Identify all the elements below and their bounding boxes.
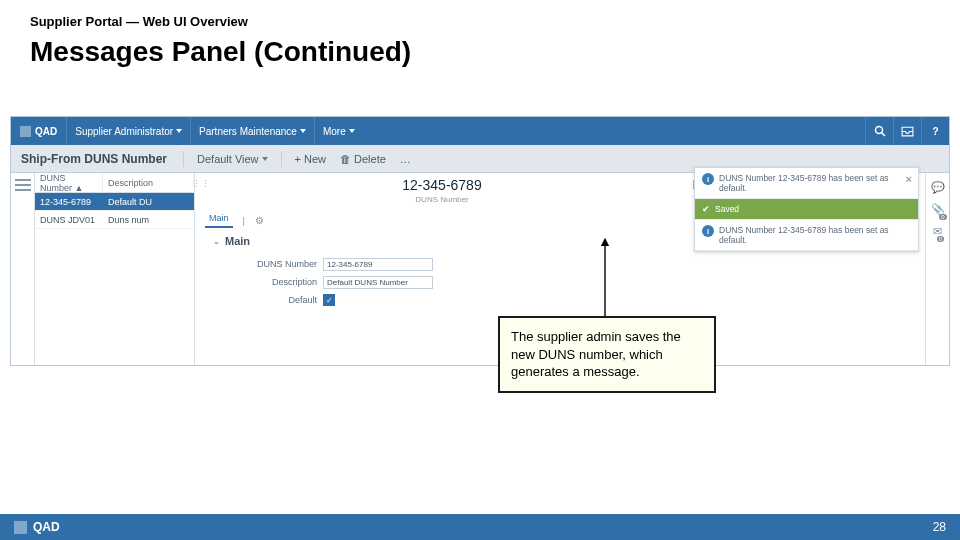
record-title: 12-345-6789: [195, 177, 689, 193]
app-logo: QAD: [11, 126, 66, 137]
table-row[interactable]: DUNS JDV01 Duns num: [35, 211, 194, 229]
footer-logo-text: QAD: [33, 520, 60, 534]
footer-logo: QAD: [14, 520, 60, 534]
cell-duns: 12-345-6789: [35, 197, 103, 207]
delete-button-label: Delete: [354, 153, 386, 165]
slide-footer: QAD 28: [0, 514, 960, 540]
logo-square-icon: [14, 521, 27, 534]
message-info: i DUNS Number 12-345-6789 has been set a…: [695, 168, 918, 199]
slide-title: Messages Panel (Continued): [30, 36, 411, 68]
table-header: DUNS Number ▲ Description: [35, 173, 194, 193]
message-info: i DUNS Number 12-345-6789 has been set a…: [695, 220, 918, 251]
screenshot: QAD Supplier Administrator Partners Main…: [10, 116, 950, 366]
col-duns-header[interactable]: DUNS Number ▲: [35, 173, 103, 193]
slide-overline: Supplier Portal — Web UI Overview: [30, 14, 248, 29]
close-icon[interactable]: ×: [906, 173, 912, 185]
tab-divider: |: [243, 216, 245, 226]
more-button-label: …: [400, 153, 411, 165]
table-row[interactable]: 12-345-6789 Default DU: [35, 193, 194, 211]
info-icon: i: [702, 225, 714, 237]
section-label: Main: [225, 235, 250, 247]
callout-text: The supplier admin saves the new DUNS nu…: [511, 329, 681, 379]
message-text: Saved: [715, 204, 739, 214]
inbox-icon: [901, 126, 914, 137]
nav-partners-maintenance[interactable]: Partners Maintenance: [190, 117, 314, 145]
message-text: DUNS Number 12-345-6789 has been set as …: [719, 225, 911, 245]
gear-icon[interactable]: ⚙: [255, 215, 264, 226]
cell-desc: Default DU: [103, 197, 194, 207]
trash-icon: 🗑: [340, 153, 351, 165]
message-text: DUNS Number 12-345-6789 has been set as …: [719, 173, 911, 193]
search-button[interactable]: [865, 117, 893, 145]
callout-arrow: [604, 247, 605, 316]
description-label: Description: [255, 277, 317, 287]
sort-asc-icon: ▲: [75, 183, 84, 193]
tab-main[interactable]: Main: [205, 213, 233, 228]
svg-point-0: [875, 127, 882, 134]
cell-duns: DUNS JDV01: [35, 215, 103, 225]
inbox-button[interactable]: [893, 117, 921, 145]
mail-badge: 0: [937, 236, 944, 242]
new-button[interactable]: +New: [288, 153, 333, 165]
default-checkbox[interactable]: ✓: [323, 294, 335, 306]
app-logo-text: QAD: [35, 126, 57, 137]
plus-icon: +: [295, 153, 301, 165]
col-desc-header[interactable]: Description: [103, 178, 194, 188]
search-icon: [874, 125, 886, 137]
duns-label: DUNS Number: [255, 259, 317, 269]
svg-line-1: [881, 133, 885, 137]
attach-badge: 0: [939, 214, 946, 220]
right-strip: 💬 📎0 ✉0: [925, 173, 949, 365]
delete-button[interactable]: 🗑Delete: [333, 153, 393, 165]
attachments-icon[interactable]: 📎0: [931, 203, 945, 216]
nav-item-label: Partners Maintenance: [199, 126, 297, 137]
help-button[interactable]: ?: [921, 117, 949, 145]
detail-form: DUNS Number Description Default ✓: [255, 255, 433, 309]
hamburger-icon[interactable]: [15, 179, 31, 191]
check-icon: ✓: [326, 296, 333, 305]
page-number: 28: [933, 520, 946, 534]
message-saved: ✔ Saved: [695, 199, 918, 220]
messages-panel: × i DUNS Number 12-345-6789 has been set…: [694, 167, 919, 252]
info-icon: i: [702, 173, 714, 185]
cell-desc: Duns num: [103, 215, 194, 225]
check-icon: ✔: [702, 204, 710, 214]
results-table: DUNS Number ▲ Description 12-345-6789 De…: [35, 173, 195, 365]
app-nav: QAD Supplier Administrator Partners Main…: [11, 117, 949, 145]
description-input[interactable]: [323, 276, 433, 289]
nav-supplier-admin[interactable]: Supplier Administrator: [66, 117, 190, 145]
duns-input[interactable]: [323, 258, 433, 271]
mail-icon[interactable]: ✉0: [933, 225, 942, 238]
record-title-caption: DUNS Number: [195, 195, 689, 204]
comments-icon[interactable]: 💬: [931, 181, 945, 194]
detail-tabs: Main | ⚙: [205, 213, 264, 228]
new-button-label: New: [304, 153, 326, 165]
default-label: Default: [255, 295, 317, 305]
nav-item-label: More: [323, 126, 346, 137]
chevron-down-icon: ⌄: [213, 237, 220, 246]
help-icon: ?: [932, 126, 938, 137]
view-selector-label: Default View: [197, 153, 259, 165]
view-selector[interactable]: Default View: [190, 153, 275, 165]
section-main[interactable]: ⌄ Main: [213, 235, 250, 247]
left-strip: [11, 173, 35, 365]
nav-item-label: Supplier Administrator: [75, 126, 173, 137]
nav-more[interactable]: More: [314, 117, 363, 145]
more-actions-button[interactable]: …: [393, 153, 418, 165]
page-title: Ship-From DUNS Number: [11, 152, 177, 166]
callout-note: The supplier admin saves the new DUNS nu…: [498, 316, 716, 393]
